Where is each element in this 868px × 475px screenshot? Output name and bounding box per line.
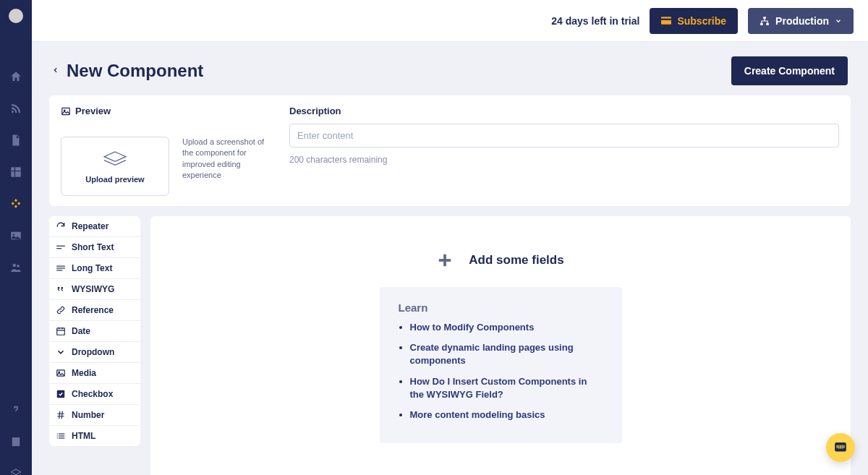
plus-icon <box>437 252 453 268</box>
chevron-down-icon <box>56 347 66 357</box>
sitemap-icon <box>760 16 770 26</box>
learn-link-0[interactable]: How to Modify Components <box>410 322 535 333</box>
sidebar <box>0 0 32 475</box>
subscribe-button[interactable]: Subscribe <box>650 8 738 34</box>
intercom-launcher[interactable] <box>826 433 855 462</box>
nav-users[interactable] <box>0 253 32 282</box>
subscribe-label: Subscribe <box>677 15 726 27</box>
svg-rect-6 <box>12 437 20 446</box>
field-type-list: Repeater Short Text Long Text WYSIWYG <box>49 216 140 446</box>
nav-pages[interactable] <box>0 126 32 155</box>
canvas-heading: Add some fields <box>437 252 563 268</box>
image-outline-icon <box>61 106 71 116</box>
svg-rect-17 <box>56 268 65 268</box>
book-icon <box>9 435 22 448</box>
field-type-html[interactable]: HTML <box>49 426 140 446</box>
environment-selector[interactable]: Production <box>748 8 854 34</box>
preview-label: Preview <box>61 106 276 116</box>
field-type-number[interactable]: Number <box>49 405 140 426</box>
field-type-reference[interactable]: Reference <box>49 300 140 321</box>
card-icon <box>661 17 671 25</box>
nav-home[interactable] <box>0 62 32 91</box>
learn-box: Learn How to Modify Components Create dy… <box>380 287 622 443</box>
nav-components[interactable] <box>0 189 32 218</box>
main-content: 24 days left in trial Subscribe Producti… <box>32 0 868 475</box>
svg-rect-28 <box>59 437 64 438</box>
svg-rect-23 <box>57 434 58 435</box>
fields-canvas: Add some fields Learn How to Modify Comp… <box>150 216 851 475</box>
description-input[interactable] <box>289 124 839 147</box>
trial-text: 24 days left in trial <box>551 15 639 27</box>
environment-label: Production <box>775 15 829 27</box>
upload-preview-box[interactable]: Upload preview <box>61 137 169 196</box>
char-count: 200 characters remaining <box>289 155 839 165</box>
description-label: Description <box>289 106 839 116</box>
svg-rect-7 <box>661 17 671 25</box>
grid-icon <box>9 166 22 179</box>
svg-rect-24 <box>59 434 64 435</box>
svg-point-0 <box>12 111 14 113</box>
back-button[interactable] <box>52 65 59 77</box>
page-icon <box>9 134 22 147</box>
titlebar: New Component Create Component <box>32 42 868 95</box>
svg-rect-27 <box>57 437 58 438</box>
repeat-icon <box>56 221 66 231</box>
avatar[interactable] <box>9 9 23 23</box>
users-icon <box>9 261 22 274</box>
nav-blog[interactable] <box>0 94 32 123</box>
field-type-long-text[interactable]: Long Text <box>49 258 140 279</box>
svg-rect-9 <box>763 17 766 19</box>
learn-link-3[interactable]: More content modeling basics <box>410 409 545 420</box>
top-header: 24 days left in trial Subscribe Producti… <box>32 0 868 42</box>
svg-rect-11 <box>766 22 769 25</box>
svg-point-3 <box>13 234 14 235</box>
field-type-short-text[interactable]: Short Text <box>49 237 140 258</box>
chevron-down-icon <box>835 17 842 25</box>
field-type-dropdown[interactable]: Dropdown <box>49 342 140 363</box>
svg-rect-25 <box>57 435 58 436</box>
home-icon <box>9 70 22 83</box>
components-icon <box>9 197 22 210</box>
nav-help[interactable] <box>0 395 32 424</box>
svg-rect-10 <box>760 22 763 25</box>
nav-expand[interactable] <box>0 459 32 475</box>
create-component-button[interactable]: Create Component <box>731 56 848 85</box>
svg-rect-30 <box>439 259 451 262</box>
nav-docs[interactable] <box>0 427 32 456</box>
hash-icon <box>56 410 66 420</box>
link-icon <box>56 305 66 315</box>
chevron-left-icon <box>52 65 59 75</box>
learn-link-2[interactable]: How Do I Insert Custom Components in the… <box>410 376 587 400</box>
calendar-icon <box>56 326 66 336</box>
list-icon <box>56 431 66 441</box>
svg-rect-15 <box>56 248 61 249</box>
svg-rect-12 <box>62 108 70 114</box>
svg-rect-26 <box>59 435 64 436</box>
field-type-checkbox[interactable]: Checkbox <box>49 384 140 405</box>
svg-rect-19 <box>57 328 65 335</box>
svg-rect-14 <box>56 246 65 247</box>
field-type-media[interactable]: Media <box>49 363 140 384</box>
learn-link-1[interactable]: Create dynamic landing pages using compo… <box>410 342 574 366</box>
nav-collections[interactable] <box>0 158 32 187</box>
chat-icon <box>833 440 848 455</box>
svg-rect-18 <box>56 270 62 270</box>
svg-rect-16 <box>56 266 65 267</box>
svg-rect-8 <box>661 19 671 20</box>
svg-point-5 <box>17 265 20 268</box>
learn-title: Learn <box>399 301 603 314</box>
long-text-icon <box>56 263 66 273</box>
short-text-icon <box>56 242 66 252</box>
field-type-repeater[interactable]: Repeater <box>49 216 140 237</box>
layers-icon <box>9 467 22 475</box>
upload-text: Upload preview <box>85 175 144 184</box>
rss-icon <box>9 102 22 115</box>
media-icon <box>56 368 66 378</box>
svg-point-4 <box>13 264 17 268</box>
field-type-wysiwyg[interactable]: WYSIWYG <box>49 279 140 300</box>
preview-hint: Upload a screenshot of the component for… <box>182 137 276 196</box>
field-type-date[interactable]: Date <box>49 321 140 342</box>
help-icon <box>9 403 22 416</box>
nav-media[interactable] <box>0 221 32 250</box>
svg-rect-1 <box>11 167 21 177</box>
